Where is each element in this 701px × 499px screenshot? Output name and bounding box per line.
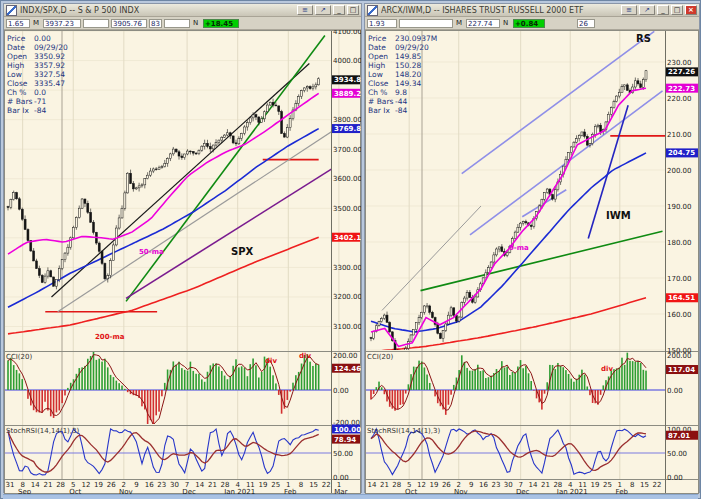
restore-button[interactable]: □ xyxy=(671,5,683,15)
svg-text:21: 21 xyxy=(43,481,52,489)
svg-text:180.00: 180.00 xyxy=(667,239,692,247)
svg-text:26: 26 xyxy=(107,481,116,489)
quote-field-7[interactable]: 26 xyxy=(577,19,595,28)
svg-text:23: 23 xyxy=(491,481,500,489)
quote-field-1[interactable]: M xyxy=(32,19,41,28)
svg-text:9: 9 xyxy=(469,481,473,489)
stochrsi-pane-label: StochRSI(14,14(1),3) xyxy=(367,427,440,435)
restore-button[interactable]: □ xyxy=(347,5,359,15)
quote-field-6[interactable] xyxy=(164,19,190,28)
quote-field-1[interactable] xyxy=(399,19,453,28)
svg-text:30: 30 xyxy=(504,481,513,489)
info-row: Date09/29/20 xyxy=(368,43,437,52)
svg-text:19: 19 xyxy=(429,481,438,489)
info-row: Date09/29/20 xyxy=(7,43,68,52)
svg-text:3769.85: 3769.85 xyxy=(334,125,361,133)
divergence-label: div xyxy=(265,357,277,365)
minimize-button[interactable]: _ xyxy=(333,5,345,15)
cci-pane-label: CCI(20) xyxy=(6,353,32,361)
svg-text:0.00: 0.00 xyxy=(667,387,683,395)
quote-field-8[interactable]: +18.45 xyxy=(203,19,239,28)
info-row: Price0.00 xyxy=(7,34,68,43)
info-row: Open3350.92 xyxy=(7,52,68,61)
svg-text:19: 19 xyxy=(591,481,600,489)
svg-text:14: 14 xyxy=(31,481,40,489)
svg-text:9: 9 xyxy=(134,481,138,489)
svg-text:220.00: 220.00 xyxy=(667,95,692,103)
svg-text:200.00: 200.00 xyxy=(667,352,692,360)
cursor-info-panel: Price230.0937MDate09/29/20Open149.85High… xyxy=(368,34,437,115)
pointer-mode-button[interactable]: ↗ xyxy=(315,5,331,15)
quote-field-2[interactable]: 3937.23 xyxy=(43,19,81,28)
chart-window-icon xyxy=(6,5,17,16)
svg-text:30: 30 xyxy=(170,481,179,489)
cci-pane-label: CCI(20) xyxy=(367,353,393,361)
svg-text:8: 8 xyxy=(299,481,303,489)
svg-text:12: 12 xyxy=(81,481,90,489)
quote-field-2[interactable]: M xyxy=(455,19,464,28)
spx-titlebar[interactable]: INDX/SPX,D -- S & P 500 INDX ≡↗_□ xyxy=(4,4,361,17)
svg-text:15: 15 xyxy=(309,481,318,489)
svg-text:0.00: 0.00 xyxy=(667,474,683,482)
svg-text:3600.00: 3600.00 xyxy=(333,175,361,183)
svg-text:31: 31 xyxy=(6,481,15,489)
minimize-button[interactable]: _ xyxy=(657,5,669,15)
pointer-mode-button[interactable]: ↗ xyxy=(639,5,655,15)
svg-text:3500.00: 3500.00 xyxy=(333,205,361,213)
quote-field-4[interactable]: 3905.76 xyxy=(111,19,147,28)
quote-field-7[interactable]: N xyxy=(192,19,201,28)
chart-annotation: 200-ma xyxy=(95,333,125,341)
quote-field-6[interactable] xyxy=(547,19,575,28)
svg-text:190.00: 190.00 xyxy=(667,203,692,211)
info-row: # Bars-71 xyxy=(7,97,68,106)
quote-field-4[interactable]: N xyxy=(502,19,511,28)
svg-text:4100.00: 4100.00 xyxy=(333,30,361,36)
svg-text:3889.20: 3889.20 xyxy=(334,90,361,98)
window-bottom-edge xyxy=(3,494,698,499)
chart-window-icon xyxy=(367,5,378,16)
spx-chart-window: INDX/SPX,D -- S & P 500 INDX ≡↗_□ 1.65M3… xyxy=(3,3,362,493)
chart-tools-button[interactable]: ≡ xyxy=(621,5,637,15)
svg-text:200.00: 200.00 xyxy=(667,167,692,175)
divergence-label: div xyxy=(601,365,613,373)
quote-field-0[interactable]: 1.65 xyxy=(6,19,30,28)
close-button[interactable]: × xyxy=(685,5,697,15)
quote-field-5[interactable]: +0.84 xyxy=(513,19,545,28)
window-title: ARCX/IWM,D -- ISHARES TRUST RUSSELL 2000… xyxy=(381,6,618,15)
info-row: # Bars-44 xyxy=(368,97,437,106)
svg-text:14: 14 xyxy=(195,481,204,489)
iwm-titlebar[interactable]: ARCX/IWM,D -- ISHARES TRUST RUSSELL 2000… xyxy=(365,4,699,17)
titlebar-buttons: ≡↗_□× xyxy=(621,5,697,15)
info-row: Close149.34 xyxy=(368,79,437,88)
chart-annotation: SPX xyxy=(231,246,254,257)
svg-text:0.00: 0.00 xyxy=(333,387,349,395)
chart-annotation: 9-ma xyxy=(509,244,529,252)
info-row: High3357.92 xyxy=(7,61,68,70)
quote-field-5[interactable]: 83 xyxy=(149,19,162,28)
quote-header: 1.93M227.74N+0.8426 xyxy=(365,17,699,30)
svg-text:16: 16 xyxy=(145,481,154,489)
info-row: Ch %9.8 xyxy=(368,88,437,97)
info-row: Low3327.54 xyxy=(7,70,68,79)
chart-tools-button[interactable]: ≡ xyxy=(297,5,313,15)
svg-text:124.46: 124.46 xyxy=(334,365,361,373)
svg-text:21: 21 xyxy=(208,481,217,489)
svg-text:21: 21 xyxy=(380,481,389,489)
quote-field-0[interactable]: 1.93 xyxy=(367,19,397,28)
svg-text:25: 25 xyxy=(271,481,280,489)
titlebar-buttons: ≡↗_□ xyxy=(297,5,359,15)
svg-text:22: 22 xyxy=(653,481,662,489)
info-row: Bar Ix-84 xyxy=(368,106,437,115)
svg-text:50.00: 50.00 xyxy=(667,450,687,458)
divergence-label: div xyxy=(299,352,311,360)
svg-text:23: 23 xyxy=(157,481,166,489)
quote-header: 1.65M3937.233905.7683N+18.45 xyxy=(4,17,361,30)
quote-field-3[interactable]: 227.74 xyxy=(466,19,500,28)
svg-text:26: 26 xyxy=(442,481,451,489)
svg-text:164.51: 164.51 xyxy=(668,294,695,302)
svg-text:204.75: 204.75 xyxy=(668,149,695,157)
svg-text:3934.83: 3934.83 xyxy=(334,76,361,84)
quote-field-3[interactable] xyxy=(83,19,109,28)
info-row: Low148.20 xyxy=(368,70,437,79)
svg-text:210.00: 210.00 xyxy=(667,131,692,139)
